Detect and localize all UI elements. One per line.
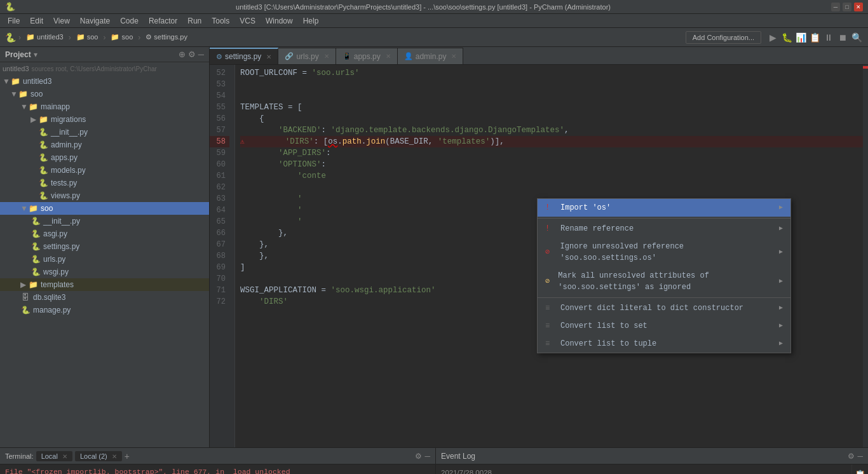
line-num-68: 68 xyxy=(210,250,229,262)
ctx-arrow-icon-6: ▶ xyxy=(779,320,783,332)
terminal-label: Terminal: xyxy=(5,452,34,460)
breadcrumb-settings[interactable]: ⚙ settings.py xyxy=(143,32,190,43)
maximize-button[interactable]: □ xyxy=(843,3,851,11)
ctx-item-dict-constructor[interactable]: ≡ Convert dict literal to dict construct… xyxy=(538,299,790,317)
tab-urls-label: urls.py xyxy=(296,52,318,61)
terminal-tab-local2[interactable]: Local (2) ✕ xyxy=(75,451,122,461)
terminal-local2-close[interactable]: ✕ xyxy=(112,453,117,460)
tree-item-templates[interactable]: ▶ 📁 templates xyxy=(0,278,209,291)
terminal-gear-icon[interactable]: ⚙ xyxy=(415,452,422,461)
tab-urls[interactable]: 🔗 urls.py ✕ xyxy=(278,48,336,64)
search-everywhere-button[interactable]: 🔍 xyxy=(850,31,863,44)
line-num-65: 65 xyxy=(210,216,229,227)
tab-admin[interactable]: 👤 admin.py ✕ xyxy=(398,48,464,64)
menu-vcs[interactable]: VCS xyxy=(234,15,261,27)
tab-apps-close[interactable]: ✕ xyxy=(386,53,391,60)
tree-item-asgi[interactable]: 🐍 asgi.py xyxy=(0,227,209,240)
tree-item-soo-inner[interactable]: ▼ 📁 soo xyxy=(0,202,209,215)
event-copy-icon[interactable]: 📋 xyxy=(855,470,865,474)
tree-item-wsgi[interactable]: 🐍 wsgi.py xyxy=(0,266,209,278)
project-title: Project xyxy=(5,50,31,59)
ctx-item-ignore[interactable]: ⊘ Ignore unresolved reference 'soo.soo.s… xyxy=(538,238,790,267)
db-file-icon: 🗄 xyxy=(20,292,31,302)
project-tree: ▼ 📁 untitled3 ▼ 📁 soo ▼ 📁 mainapp ▶ 📁 mi… xyxy=(0,75,209,447)
ctx-item-import-os[interactable]: ! Import 'os' ▶ xyxy=(538,199,790,217)
panel-scope-icon[interactable]: ⊕ xyxy=(179,50,186,59)
breadcrumb-sep1: › xyxy=(18,33,21,42)
add-configuration-button[interactable]: Add Configuration... xyxy=(686,31,761,44)
close-button[interactable]: ✕ xyxy=(854,3,863,11)
tab-apps[interactable]: 📱 apps.py ✕ xyxy=(336,48,398,64)
menu-refactor[interactable]: Refactor xyxy=(144,15,182,27)
breadcrumb-soo2[interactable]: 📁 soo xyxy=(108,32,135,43)
menu-tools[interactable]: Tools xyxy=(207,15,234,27)
menu-help[interactable]: Help xyxy=(298,15,324,27)
breadcrumb-soo1[interactable]: 📁 soo xyxy=(74,32,101,43)
tree-item-urls[interactable]: 🐍 urls.py xyxy=(0,253,209,266)
tree-item-settings[interactable]: 🐍 settings.py xyxy=(0,240,209,253)
menu-run[interactable]: Run xyxy=(182,15,207,27)
code-editor[interactable]: 52 53 54 55 56 57 58 59 60 61 62 63 64 6… xyxy=(210,65,868,447)
code-line-61: 'conte xyxy=(240,170,868,182)
tree-item-mainapp[interactable]: ▼ 📁 mainapp xyxy=(0,100,209,113)
event-log-controls: ⚙ ─ xyxy=(848,452,863,461)
py-file-icon: 🐍 xyxy=(38,178,48,188)
tree-item-manage[interactable]: 🐍 manage.py xyxy=(0,304,209,316)
tree-item-models[interactable]: 🐍 models.py xyxy=(0,164,209,177)
profile-button[interactable]: 📊 xyxy=(794,31,807,44)
terminal-icons: ⚙ ─ xyxy=(415,452,430,461)
breadcrumb-untitled3[interactable]: 📁 untitled3 xyxy=(24,32,66,43)
event-log-gear-icon[interactable]: ⚙ xyxy=(848,452,855,461)
menu-view[interactable]: View xyxy=(48,15,75,27)
debug-button[interactable]: 🐛 xyxy=(780,31,793,44)
line-num-63: 63 xyxy=(210,193,229,205)
line-num-66: 66 xyxy=(210,227,229,239)
menu-code[interactable]: Code xyxy=(115,15,144,27)
tree-item-init-soo[interactable]: 🐍 __init__.py xyxy=(0,215,209,227)
tree-item-apps-mainapp[interactable]: 🐍 apps.py xyxy=(0,151,209,164)
tree-item-tests[interactable]: 🐍 tests.py xyxy=(0,177,209,189)
tree-item-admin-mainapp[interactable]: 🐍 admin.py xyxy=(0,139,209,151)
ctx-item-rename[interactable]: ! Rename reference ▶ xyxy=(538,220,790,238)
menu-bar: File Edit View Navigate Code Refactor Ru… xyxy=(0,14,868,28)
py-file-icon: 🐍 xyxy=(31,241,41,252)
coverage-button[interactable]: 📋 xyxy=(808,31,821,44)
event-log-minimize-icon[interactable]: ─ xyxy=(857,452,863,461)
terminal-add-button[interactable]: + xyxy=(125,451,130,461)
tree-item-migrations[interactable]: ▶ 📁 migrations xyxy=(0,113,209,126)
ctx-item-mark-ignored[interactable]: ⊘ Mark all unresolved attributes of 'soo… xyxy=(538,267,790,296)
panel-gear-icon[interactable]: ⚙ xyxy=(188,50,196,59)
terminal-content[interactable]: File "<frozen importlib._bootstrap>", li… xyxy=(0,464,435,474)
menu-navigate[interactable]: Navigate xyxy=(75,15,115,27)
line-num-64: 64 xyxy=(210,205,229,216)
tab-admin-label: admin.py xyxy=(416,52,447,61)
menu-edit[interactable]: Edit xyxy=(25,15,48,27)
tree-item-untitled3[interactable]: ▼ 📁 untitled3 xyxy=(0,75,209,88)
main-layout: Project ▾ ⊕ ⚙ ─ untitled3 sources root, … xyxy=(0,47,868,447)
minimize-button[interactable]: ─ xyxy=(831,3,840,11)
tab-urls-close[interactable]: ✕ xyxy=(324,53,329,60)
run-button[interactable]: ▶ xyxy=(766,31,779,44)
tree-item-soo-outer[interactable]: ▼ 📁 soo xyxy=(0,88,209,100)
tree-item-init-mainapp[interactable]: 🐍 __init__.py xyxy=(0,126,209,139)
stop-button[interactable]: ⏹ xyxy=(836,31,849,44)
run-icons: ▶ 🐛 📊 📋 ⏸ ⏹ 🔍 xyxy=(766,31,863,44)
menu-window[interactable]: Window xyxy=(261,15,298,27)
folder-icon: 📁 xyxy=(28,280,38,290)
pause-button[interactable]: ⏸ xyxy=(822,31,835,44)
folder-icon: 📁 xyxy=(28,203,38,213)
terminal-local-close[interactable]: ✕ xyxy=(62,453,67,460)
ctx-item-list-to-set[interactable]: ≡ Convert list to set ▶ xyxy=(538,317,790,335)
tab-settings-close[interactable]: ✕ xyxy=(266,53,271,60)
tab-admin-close[interactable]: ✕ xyxy=(451,53,456,60)
terminal-tab-local[interactable]: Local ✕ xyxy=(36,451,72,461)
panel-minimize-icon[interactable]: ─ xyxy=(198,50,204,59)
ctx-item-list-to-tuple[interactable]: ≡ Convert list to tuple ▶ xyxy=(538,335,790,353)
menu-file[interactable]: File xyxy=(3,15,25,27)
py-file-icon: 🐍 xyxy=(31,216,41,226)
tab-settings[interactable]: ⚙ settings.py ✕ xyxy=(210,48,278,64)
terminal-minimize-icon[interactable]: ─ xyxy=(424,452,430,461)
tree-item-views[interactable]: 🐍 views.py xyxy=(0,189,209,202)
tree-item-db[interactable]: 🗄 db.sqlite3 xyxy=(0,291,209,304)
dropdown-arrow-icon[interactable]: ▾ xyxy=(34,50,37,59)
